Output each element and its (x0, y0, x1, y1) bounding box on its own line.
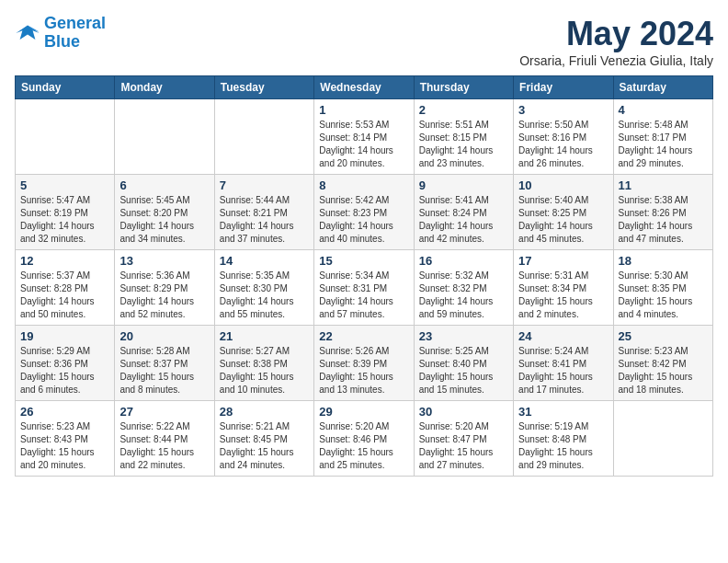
svg-marker-0 (16, 25, 39, 39)
calendar-cell: 31Sunrise: 5:19 AM Sunset: 8:48 PM Dayli… (514, 401, 613, 477)
calendar-cell: 17Sunrise: 5:31 AM Sunset: 8:34 PM Dayli… (514, 250, 613, 326)
day-of-week-header: Tuesday (214, 76, 313, 99)
calendar-cell: 20Sunrise: 5:28 AM Sunset: 8:37 PM Dayli… (115, 326, 214, 401)
day-info: Sunrise: 5:41 AM Sunset: 8:24 PM Dayligh… (419, 194, 508, 246)
calendar-cell: 2Sunrise: 5:51 AM Sunset: 8:15 PM Daylig… (414, 99, 513, 175)
day-number: 27 (119, 405, 209, 419)
day-number: 10 (518, 178, 608, 192)
calendar-cell: 30Sunrise: 5:20 AM Sunset: 8:47 PM Dayli… (414, 401, 513, 477)
day-of-week-header: Thursday (414, 76, 513, 99)
day-number: 17 (518, 254, 608, 268)
calendar-cell: 6Sunrise: 5:45 AM Sunset: 8:20 PM Daylig… (115, 175, 214, 250)
day-info: Sunrise: 5:30 AM Sunset: 8:35 PM Dayligh… (619, 270, 708, 321)
calendar-week-row: 1Sunrise: 5:53 AM Sunset: 8:14 PM Daylig… (16, 99, 713, 175)
calendar-cell: 16Sunrise: 5:32 AM Sunset: 8:32 PM Dayli… (414, 250, 513, 326)
day-number: 12 (20, 254, 109, 268)
day-info: Sunrise: 5:42 AM Sunset: 8:23 PM Dayligh… (319, 194, 408, 246)
day-info: Sunrise: 5:47 AM Sunset: 8:19 PM Dayligh… (20, 194, 109, 246)
calendar-week-row: 26Sunrise: 5:23 AM Sunset: 8:43 PM Dayli… (16, 401, 713, 477)
day-info: Sunrise: 5:25 AM Sunset: 8:40 PM Dayligh… (419, 345, 508, 396)
day-info: Sunrise: 5:40 AM Sunset: 8:25 PM Dayligh… (518, 194, 608, 246)
day-info: Sunrise: 5:20 AM Sunset: 8:46 PM Dayligh… (319, 420, 408, 472)
calendar-cell (214, 99, 313, 175)
calendar-cell: 21Sunrise: 5:27 AM Sunset: 8:38 PM Dayli… (214, 326, 313, 401)
calendar-cell: 25Sunrise: 5:23 AM Sunset: 8:42 PM Dayli… (613, 326, 712, 401)
day-info: Sunrise: 5:23 AM Sunset: 8:43 PM Dayligh… (20, 420, 109, 472)
day-info: Sunrise: 5:29 AM Sunset: 8:36 PM Dayligh… (20, 345, 109, 396)
day-info: Sunrise: 5:23 AM Sunset: 8:42 PM Dayligh… (619, 345, 708, 396)
calendar-cell: 11Sunrise: 5:38 AM Sunset: 8:26 PM Dayli… (613, 175, 712, 250)
day-of-week-header: Monday (115, 76, 214, 99)
month-title: May 2024 (519, 15, 713, 53)
day-number: 8 (319, 178, 408, 192)
day-number: 29 (319, 405, 408, 419)
calendar-cell: 15Sunrise: 5:34 AM Sunset: 8:31 PM Dayli… (314, 250, 414, 326)
calendar-cell: 8Sunrise: 5:42 AM Sunset: 8:23 PM Daylig… (314, 175, 414, 250)
day-number: 5 (20, 178, 109, 192)
day-number: 4 (619, 103, 708, 117)
day-number: 22 (319, 329, 408, 343)
logo: GeneralBlue (15, 15, 106, 52)
day-number: 15 (319, 254, 408, 268)
day-of-week-header: Friday (514, 76, 613, 99)
calendar-table: SundayMondayTuesdayWednesdayThursdayFrid… (15, 75, 713, 477)
day-number: 24 (518, 329, 608, 343)
day-number: 20 (119, 329, 209, 343)
logo-text: GeneralBlue (44, 15, 106, 52)
day-info: Sunrise: 5:22 AM Sunset: 8:44 PM Dayligh… (119, 420, 209, 472)
calendar-cell: 3Sunrise: 5:50 AM Sunset: 8:16 PM Daylig… (514, 99, 613, 175)
day-info: Sunrise: 5:48 AM Sunset: 8:17 PM Dayligh… (619, 119, 708, 170)
calendar-cell: 19Sunrise: 5:29 AM Sunset: 8:36 PM Dayli… (16, 326, 115, 401)
day-info: Sunrise: 5:21 AM Sunset: 8:45 PM Dayligh… (220, 420, 309, 472)
day-number: 26 (20, 405, 109, 419)
calendar-cell: 24Sunrise: 5:24 AM Sunset: 8:41 PM Dayli… (514, 326, 613, 401)
day-info: Sunrise: 5:32 AM Sunset: 8:32 PM Dayligh… (419, 270, 508, 321)
day-number: 13 (119, 254, 209, 268)
day-number: 9 (419, 178, 508, 192)
day-number: 21 (220, 329, 309, 343)
page-header: GeneralBlue May 2024 Orsaria, Friuli Ven… (15, 15, 713, 68)
day-number: 31 (518, 405, 608, 419)
day-number: 6 (119, 178, 209, 192)
calendar-header-row: SundayMondayTuesdayWednesdayThursdayFrid… (16, 76, 713, 99)
day-of-week-header: Wednesday (314, 76, 414, 99)
calendar-cell: 28Sunrise: 5:21 AM Sunset: 8:45 PM Dayli… (214, 401, 313, 477)
day-info: Sunrise: 5:38 AM Sunset: 8:26 PM Dayligh… (619, 194, 708, 246)
day-of-week-header: Sunday (16, 76, 115, 99)
calendar-cell: 5Sunrise: 5:47 AM Sunset: 8:19 PM Daylig… (16, 175, 115, 250)
calendar-week-row: 12Sunrise: 5:37 AM Sunset: 8:28 PM Dayli… (16, 250, 713, 326)
day-info: Sunrise: 5:51 AM Sunset: 8:15 PM Dayligh… (419, 119, 508, 170)
day-number: 18 (619, 254, 708, 268)
day-info: Sunrise: 5:35 AM Sunset: 8:30 PM Dayligh… (220, 270, 309, 321)
day-number: 30 (419, 405, 508, 419)
day-number: 7 (220, 178, 309, 192)
day-info: Sunrise: 5:28 AM Sunset: 8:37 PM Dayligh… (119, 345, 209, 396)
calendar-cell: 29Sunrise: 5:20 AM Sunset: 8:46 PM Dayli… (314, 401, 414, 477)
calendar-cell: 1Sunrise: 5:53 AM Sunset: 8:14 PM Daylig… (314, 99, 414, 175)
calendar-cell: 27Sunrise: 5:22 AM Sunset: 8:44 PM Dayli… (115, 401, 214, 477)
calendar-cell: 23Sunrise: 5:25 AM Sunset: 8:40 PM Dayli… (414, 326, 513, 401)
title-block: May 2024 Orsaria, Friuli Venezia Giulia,… (519, 15, 713, 68)
day-info: Sunrise: 5:36 AM Sunset: 8:29 PM Dayligh… (119, 270, 209, 321)
calendar-cell: 10Sunrise: 5:40 AM Sunset: 8:25 PM Dayli… (514, 175, 613, 250)
day-number: 11 (619, 178, 708, 192)
day-info: Sunrise: 5:45 AM Sunset: 8:20 PM Dayligh… (119, 194, 209, 246)
calendar-cell: 14Sunrise: 5:35 AM Sunset: 8:30 PM Dayli… (214, 250, 313, 326)
calendar-cell: 12Sunrise: 5:37 AM Sunset: 8:28 PM Dayli… (16, 250, 115, 326)
day-info: Sunrise: 5:37 AM Sunset: 8:28 PM Dayligh… (20, 270, 109, 321)
day-info: Sunrise: 5:20 AM Sunset: 8:47 PM Dayligh… (419, 420, 508, 472)
day-number: 1 (319, 103, 408, 117)
calendar-cell (16, 99, 115, 175)
day-info: Sunrise: 5:26 AM Sunset: 8:39 PM Dayligh… (319, 345, 408, 396)
day-number: 25 (619, 329, 708, 343)
calendar-week-row: 5Sunrise: 5:47 AM Sunset: 8:19 PM Daylig… (16, 175, 713, 250)
calendar-cell: 7Sunrise: 5:44 AM Sunset: 8:21 PM Daylig… (214, 175, 313, 250)
day-info: Sunrise: 5:53 AM Sunset: 8:14 PM Dayligh… (319, 119, 408, 170)
day-info: Sunrise: 5:44 AM Sunset: 8:21 PM Dayligh… (220, 194, 309, 246)
calendar-cell (115, 99, 214, 175)
calendar-cell: 9Sunrise: 5:41 AM Sunset: 8:24 PM Daylig… (414, 175, 513, 250)
day-info: Sunrise: 5:31 AM Sunset: 8:34 PM Dayligh… (518, 270, 608, 321)
logo-icon (15, 20, 40, 46)
day-number: 19 (20, 329, 109, 343)
calendar-week-row: 19Sunrise: 5:29 AM Sunset: 8:36 PM Dayli… (16, 326, 713, 401)
